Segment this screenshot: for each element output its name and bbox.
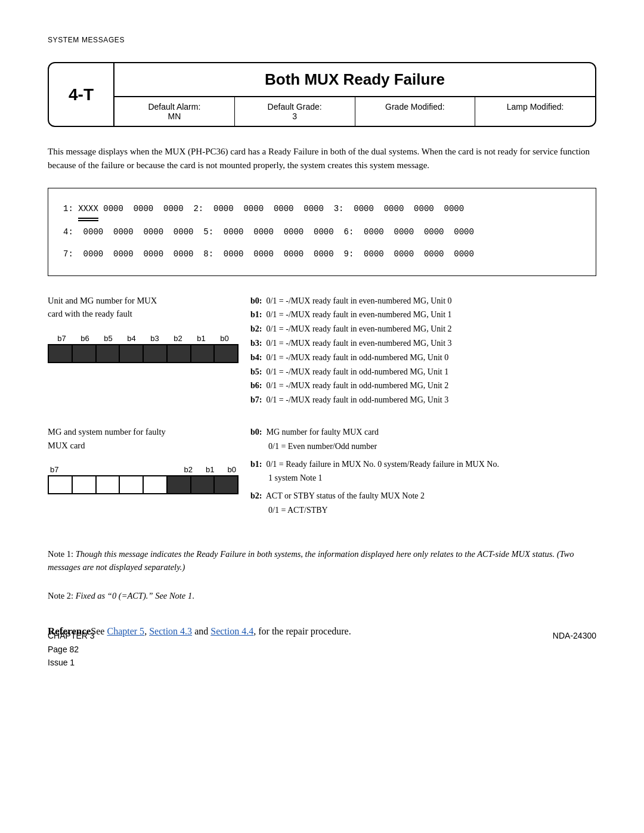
diagram2-section: MG and system number for faulty MUX card… xyxy=(48,425,596,518)
field-value-grade-mod xyxy=(359,112,472,121)
footer-page: Page 82 xyxy=(48,643,95,656)
diagram2-bit-5 xyxy=(97,476,120,493)
bit-label-b7: b7 xyxy=(57,334,66,343)
diagram1-label-line1: Unit and MG number for MUX xyxy=(48,296,157,305)
footer-right: NDA-24300 xyxy=(553,629,596,669)
message-code: 4-T xyxy=(49,63,114,126)
diagram1-desc-b4: b4: 0/1 = -/MUX ready fault in odd-numbe… xyxy=(250,351,596,365)
note2-period: . xyxy=(192,591,194,600)
note2-text: Fixed as “0 (=ACT).” See xyxy=(76,591,168,600)
bit-b0 xyxy=(215,345,237,362)
bit-b7 xyxy=(49,345,73,362)
code-line-2: 4: 0000 0000 0000 0000 5: 0000 0000 0000… xyxy=(63,224,581,241)
diagram1-desc-b3: b3: 0/1 = -/MUX ready fault in even-numb… xyxy=(250,336,596,351)
footer: CHAPTER 3 Page 82 Issue 1 NDA-24300 xyxy=(48,629,596,669)
bit-b3 xyxy=(144,345,168,362)
message-box-right: Both MUX Ready Failure Default Alarm: MN… xyxy=(114,63,595,126)
diagram2-desc-b1-label: b1: 0/1 = Ready failure in MUX No. 0 sys… xyxy=(250,457,596,472)
field-label-grade-mod: Grade Modified: xyxy=(359,102,472,112)
diagram2-desc-b2-text: 0/1 = ACT/STBY xyxy=(250,503,596,518)
note1-section: Note 1: Though this message indicates th… xyxy=(48,547,596,574)
footer-left: CHAPTER 3 Page 82 Issue 1 xyxy=(48,629,95,669)
note1-label: Note 1: xyxy=(48,549,76,559)
diagram2-bit-boxes xyxy=(48,475,239,494)
diagram1-desc-b1: b1: 0/1 = -/MUX ready fault in even-numb… xyxy=(250,308,596,322)
diagram2-bit-label-right: b2 b1 b0 xyxy=(184,465,236,474)
diagram2-bit-1 xyxy=(191,476,215,493)
code-line-3: 7: 0000 0000 0000 0000 8: 0000 0000 0000… xyxy=(63,246,581,263)
field-label-alarm: Default Alarm: xyxy=(118,102,231,112)
diagram1-bit-boxes xyxy=(48,344,239,363)
diagram1-desc-b2: b2: 0/1 = -/MUX ready fault in even-numb… xyxy=(250,322,596,336)
diagram1-section: Unit and MG number for MUX card with the… xyxy=(48,294,596,407)
diagram1-left: Unit and MG number for MUX card with the… xyxy=(48,294,239,363)
note2-label: Note 2: xyxy=(48,591,76,600)
diagram2-bit-label-b2: b2 xyxy=(184,465,193,474)
diagram1-label-line2: card with the ready fault xyxy=(48,309,132,318)
diagram2-label-line2: MUX card xyxy=(48,441,85,450)
bit-label-b1: b1 xyxy=(197,334,205,343)
diagram2-bit-2 xyxy=(168,476,191,493)
message-title: Both MUX Ready Failure xyxy=(114,63,595,97)
diagram1-label: Unit and MG number for MUX card with the… xyxy=(48,294,239,321)
bit-label-b0: b0 xyxy=(220,334,228,343)
diagram2-bit-4 xyxy=(120,476,144,493)
bit-b2 xyxy=(168,345,191,362)
diagram2-bit-label-b7: b7 xyxy=(50,465,58,474)
diagram2-spacer xyxy=(58,465,184,474)
field-default-grade: Default Grade: 3 xyxy=(235,97,355,126)
diagram2-desc-b2-label: b2: ACT or STBY status of the faulty MUX… xyxy=(250,489,596,503)
message-fields: Default Alarm: MN Default Grade: 3 Grade… xyxy=(114,97,595,126)
field-value-grade: 3 xyxy=(239,112,351,121)
diagram1-right: b0: 0/1 = -/MUX ready fault in even-numb… xyxy=(250,294,596,407)
diagram1-desc-b0: b0: 0/1 = -/MUX ready fault in even-numb… xyxy=(250,294,596,308)
diagram1-desc-b7: b7: 0/1 = -/MUX ready fault in odd-numbe… xyxy=(250,393,596,407)
diagram2-bit-3 xyxy=(144,476,168,493)
field-label-grade: Default Grade: xyxy=(239,102,351,112)
diagram2-bit-6 xyxy=(73,476,97,493)
field-value-lamp xyxy=(479,112,592,121)
field-label-lamp: Lamp Modified: xyxy=(479,102,592,112)
footer-doc-number: NDA-24300 xyxy=(553,629,596,642)
field-default-alarm: Default Alarm: MN xyxy=(114,97,235,126)
diagram2-desc-b1-text: 1 system Note 1 xyxy=(250,471,596,485)
bit-b4 xyxy=(120,345,144,362)
footer-chapter: CHAPTER 3 xyxy=(48,629,95,642)
bit-b5 xyxy=(97,345,120,362)
diagram2-bit-7 xyxy=(49,476,73,493)
note2-ref: Note 1 xyxy=(169,591,192,600)
page: SYSTEM MESSAGES 4-T Both MUX Ready Failu… xyxy=(0,0,644,693)
diagram2-desc-b0-text: 0/1 = Even number/Odd number xyxy=(250,439,596,454)
diagram2-left: MG and system number for faulty MUX card… xyxy=(48,425,239,494)
diagram2-bit-0 xyxy=(215,476,237,493)
bit-label-b3: b3 xyxy=(150,334,159,343)
header-label: SYSTEM MESSAGES xyxy=(48,36,125,44)
diagram1-bit-labels: b7 b6 b5 b4 b3 b2 b1 b0 xyxy=(48,334,239,343)
diagram2-bit-label-b1: b1 xyxy=(206,465,214,474)
diagram2-right: b0: MG number for faulty MUX card 0/1 = … xyxy=(250,425,596,518)
message-box: 4-T Both MUX Ready Failure Default Alarm… xyxy=(48,62,596,127)
bit-label-b2: b2 xyxy=(174,334,182,343)
diagram1-desc-b5: b5: 0/1 = -/MUX ready fault in odd-numbe… xyxy=(250,365,596,379)
bit-label-b5: b5 xyxy=(104,334,112,343)
header: SYSTEM MESSAGES xyxy=(48,36,596,44)
bit-label-b4: b4 xyxy=(127,334,135,343)
bit-b1 xyxy=(191,345,215,362)
field-value-alarm: MN xyxy=(118,112,231,121)
footer-issue: Issue 1 xyxy=(48,656,95,669)
diagram2-label: MG and system number for faulty MUX card xyxy=(48,425,239,452)
bit-label-b6: b6 xyxy=(80,334,89,343)
code-line-1: 1: XXXX 0000 0000 0000 2: 0000 0000 0000… xyxy=(63,200,581,219)
code-block: 1: XXXX 0000 0000 0000 2: 0000 0000 0000… xyxy=(48,188,596,276)
diagram2-desc-b0-label: b0: MG number for faulty MUX card xyxy=(250,425,596,439)
diagram2-bit-label-b0: b0 xyxy=(228,465,236,474)
field-lamp-modified: Lamp Modified: xyxy=(475,97,595,126)
diagram2-label-line1: MG and system number for faulty xyxy=(48,427,166,436)
note2-section: Note 2: Fixed as “0 (=ACT).” See Note 1. xyxy=(48,589,596,602)
bit-b6 xyxy=(73,345,97,362)
note1-text: Though this message indicates the Ready … xyxy=(48,549,574,572)
diagram2-bit-label-row: b7 b2 b1 b0 xyxy=(48,465,239,474)
description-paragraph: This message displays when the MUX (PH-P… xyxy=(48,145,596,173)
field-grade-modified: Grade Modified: xyxy=(355,97,476,126)
diagram1-desc-b6: b6: 0/1 = -/MUX ready fault in odd-numbe… xyxy=(250,379,596,393)
